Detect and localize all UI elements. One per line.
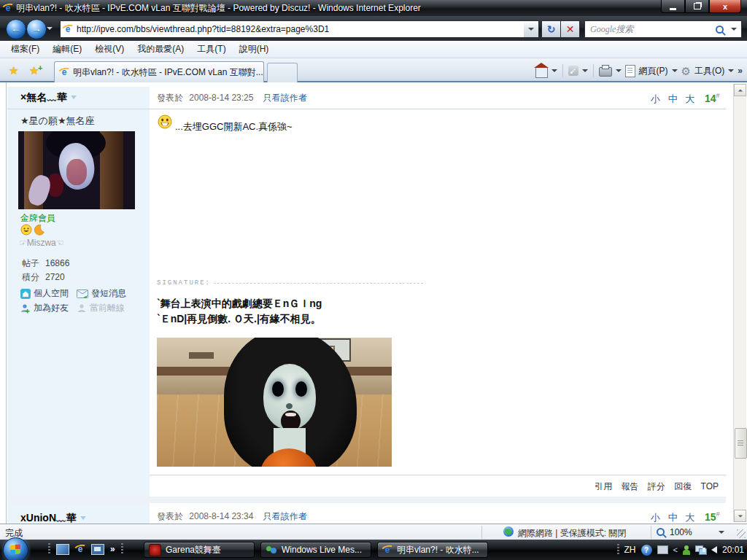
taskbar-button-messenger[interactable]: Windows Live Mes... [260, 542, 371, 558]
taskbar-button-garena[interactable]: Garena競舞臺 [144, 542, 255, 558]
taskbar-button-ie-active[interactable]: e 明串vlan?! - 吹水特... [377, 542, 488, 558]
scroll-thumb[interactable] [735, 428, 747, 459]
restore-button[interactable] [685, 0, 709, 13]
font-large-link[interactable]: 大 [685, 512, 694, 523]
language-indicator[interactable]: ZH [624, 545, 636, 555]
menu-file[interactable]: 檔案(F) [4, 41, 46, 58]
favorites-center-icon[interactable]: ★ [9, 64, 18, 77]
print-icon[interactable] [599, 67, 612, 77]
toolbar-handle[interactable] [121, 543, 123, 555]
menu-edit[interactable]: 編輯(E) [46, 41, 88, 58]
post1-author-avatar [18, 131, 135, 209]
post-header-divider [7, 109, 726, 109]
post1-author-group: 金牌會員 [20, 212, 55, 225]
reply-link[interactable]: 回復 [674, 481, 692, 491]
scroll-down-button[interactable] [734, 510, 746, 522]
messenger-status-icon[interactable] [683, 545, 690, 555]
stop-button[interactable]: ✕ [560, 20, 580, 38]
scroll-up-button[interactable] [734, 84, 746, 96]
post1-floor-number[interactable]: 14# [705, 93, 720, 104]
page-menu-icon[interactable] [625, 65, 635, 77]
status-separator [651, 526, 651, 539]
gear-icon[interactable]: ⚙ [681, 66, 691, 77]
close-button[interactable]: x [709, 0, 741, 13]
taskbar: e » Garena競舞臺 Windows Live Mes... e 明串vl… [0, 540, 747, 560]
author-menu-icon[interactable] [71, 96, 77, 99]
ie-icon: e [382, 544, 392, 556]
address-bar[interactable]: e http://ipve.com/bbs/viewthread.php?tid… [60, 20, 525, 38]
clock[interactable]: 20:01 [722, 545, 744, 555]
tray-collapse-chevron[interactable]: < [673, 545, 678, 554]
rss-dropdown-icon[interactable] [582, 69, 588, 72]
system-tray: ZH ? < 20:01 [617, 540, 744, 560]
quicklaunch-overflow-chevron[interactable]: » [110, 544, 115, 554]
start-button[interactable] [3, 537, 28, 560]
back-button[interactable]: ← [6, 19, 26, 39]
history-dropdown-icon[interactable] [47, 27, 53, 30]
switch-windows-icon[interactable] [91, 544, 104, 555]
post2-floor-number[interactable]: 15# [705, 511, 720, 523]
menu-help[interactable]: 說明(H) [233, 41, 276, 58]
search-dropdown-icon[interactable] [731, 28, 737, 31]
home-icon[interactable] [535, 67, 548, 78]
forward-button[interactable]: → [26, 19, 47, 39]
add-friend-link[interactable]: 加為好友 [20, 302, 69, 314]
address-dropdown[interactable] [524, 20, 539, 38]
signature-line-1: `舞台上表演中的戲劇總要ＥnＧＩng [157, 298, 322, 311]
add-friend-icon [20, 303, 31, 314]
quote-link[interactable]: 引用 [595, 481, 612, 491]
rate-link[interactable]: 評分 [648, 481, 665, 491]
only-author-link[interactable]: 只看該作者 [263, 511, 307, 521]
address-url[interactable]: http://ipve.com/bbs/viewthread.php?tid=8… [77, 24, 329, 34]
home-dropdown-icon[interactable] [551, 69, 557, 72]
zoom-icon[interactable] [657, 528, 665, 536]
tab-active[interactable]: e 明串vlan?! - 吹水特區 - IPvE.COM vLan 互聯對... [54, 61, 264, 82]
toolbar-separator [562, 64, 563, 77]
page-menu-label[interactable]: 網頁(P) [639, 65, 668, 77]
toolbar-overflow-chevron[interactable]: » [738, 66, 743, 76]
top-link[interactable]: TOP [701, 481, 719, 491]
vertical-scrollbar[interactable] [733, 84, 746, 522]
medal-moon-icon [34, 224, 45, 236]
ie-favicon: e [3, 2, 13, 14]
zoom-dropdown-icon[interactable] [719, 531, 724, 534]
ime-help-icon[interactable]: ? [641, 545, 652, 556]
toolbar-handle[interactable] [48, 543, 50, 555]
menu-tools[interactable]: 工具(T) [190, 41, 232, 58]
print-dropdown-icon[interactable] [616, 69, 622, 72]
zoom-level[interactable]: 100% [670, 527, 692, 537]
font-large-link[interactable]: 大 [685, 93, 694, 104]
ie-quicklaunch-icon[interactable]: e [75, 543, 85, 555]
post1-content: ...去埋GGC開新AC.真係強~ [175, 120, 293, 133]
tray-handle[interactable] [617, 544, 619, 556]
volume-icon[interactable] [711, 546, 717, 553]
minimize-button[interactable] [661, 0, 685, 13]
post1-author-name[interactable]: ×無名﹏華 [20, 91, 77, 104]
show-desktop-icon[interactable] [56, 544, 69, 555]
tools-dropdown-icon[interactable] [728, 69, 734, 72]
post2-author-name[interactable]: xUnioN﹏華 [20, 512, 86, 524]
tools-menu-label[interactable]: 工具(O) [694, 65, 724, 77]
menu-favorites[interactable]: 我的最愛(A) [131, 41, 190, 58]
resize-grip[interactable] [737, 529, 746, 538]
menu-view[interactable]: 檢視(V) [88, 41, 131, 58]
font-medium-link[interactable]: 中 [668, 93, 678, 104]
messenger-icon [266, 545, 277, 555]
display-settings-icon[interactable] [657, 545, 668, 554]
font-small-link[interactable]: 小 [651, 93, 660, 104]
rss-icon[interactable] [568, 66, 578, 76]
send-message-link[interactable]: 發短消息 [77, 287, 126, 300]
author-menu-icon[interactable] [80, 516, 86, 520]
author-space-link[interactable]: 個人空間 [20, 287, 69, 300]
font-medium-link[interactable]: 中 [668, 512, 678, 523]
refresh-button[interactable]: ↻ [541, 20, 561, 38]
search-placeholder[interactable]: Google搜索 [590, 23, 716, 36]
only-author-link[interactable]: 只看該作者 [263, 93, 307, 103]
post1-footer-divider [150, 475, 726, 475]
new-tab-stub[interactable] [267, 63, 298, 83]
font-small-link[interactable]: 小 [651, 512, 660, 523]
page-dropdown-icon[interactable] [672, 69, 678, 72]
search-box[interactable]: Google搜索 [584, 20, 742, 38]
search-icon[interactable] [716, 26, 724, 34]
report-link[interactable]: 報告 [622, 481, 639, 491]
